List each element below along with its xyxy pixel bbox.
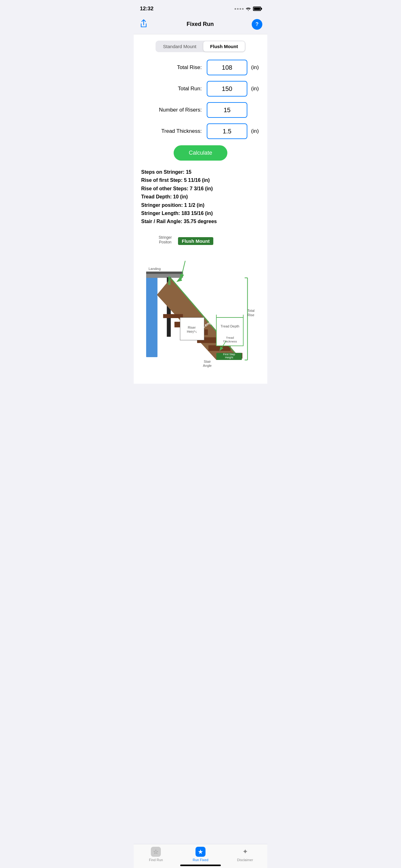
page-title: Fixed Run bbox=[187, 21, 213, 28]
wifi-icon bbox=[245, 6, 251, 11]
calculate-button[interactable]: Calculate bbox=[174, 145, 227, 161]
result-line-6: Stringer Length: 183 15/16 (in) bbox=[141, 209, 260, 217]
result-line-3: Rise of other Steps: 7 3/16 (in) bbox=[141, 185, 260, 193]
svg-rect-1 bbox=[146, 275, 157, 357]
tread-thickness-row: Tread Thickness: (in) bbox=[140, 123, 261, 139]
total-run-row: Total Run: (in) bbox=[140, 81, 261, 97]
flush-mount-badge: Flush Mount bbox=[178, 237, 213, 245]
result-line-2: Rise of first Step: 5 11/16 (in) bbox=[141, 176, 260, 184]
total-run-input[interactable] bbox=[207, 81, 247, 97]
status-icons bbox=[235, 6, 261, 11]
diagram-section: StringerPositon Flush Mount bbox=[140, 235, 261, 377]
svg-text:Landing: Landing bbox=[149, 267, 161, 271]
flush-mount-tab[interactable]: Flush Mount bbox=[203, 41, 245, 52]
segment-control: Standard Mount Flush Mount bbox=[156, 41, 245, 52]
total-run-label: Total Run: bbox=[178, 86, 202, 92]
help-button[interactable]: ? bbox=[252, 19, 262, 30]
stair-diagram: Riser Height Stringer Length Tread Depth… bbox=[140, 246, 261, 377]
tread-thickness-label: Tread Thickness: bbox=[162, 128, 202, 134]
result-line-4: Tread Depth: 10 (in) bbox=[141, 193, 260, 201]
status-time: 12:32 bbox=[140, 6, 153, 12]
total-run-unit: (in) bbox=[251, 86, 261, 92]
result-line-5: Stringer position: 1 1/2 (in) bbox=[141, 201, 260, 209]
diagram-svg: Riser Height Stringer Length Tread Depth… bbox=[140, 246, 261, 377]
tread-thickness-unit: (in) bbox=[251, 128, 261, 134]
calculate-row: Calculate bbox=[140, 145, 261, 161]
total-rise-input[interactable] bbox=[207, 60, 247, 75]
svg-text:Rise: Rise bbox=[247, 313, 254, 317]
num-risers-input[interactable] bbox=[207, 102, 247, 118]
tread-thickness-input[interactable] bbox=[207, 123, 247, 139]
svg-text:First Step: First Step bbox=[223, 353, 235, 356]
svg-text:Riser: Riser bbox=[188, 326, 196, 329]
svg-text:Tread: Tread bbox=[226, 336, 234, 339]
num-risers-label: Number of Risers: bbox=[159, 107, 202, 113]
share-button[interactable] bbox=[139, 18, 149, 30]
total-rise-unit: (in) bbox=[251, 64, 261, 71]
status-bar: 12:32 bbox=[134, 0, 267, 16]
svg-text:Total: Total bbox=[247, 309, 255, 312]
main-content: Standard Mount Flush Mount Total Rise: (… bbox=[134, 34, 267, 384]
results-section: Steps on Stringer: 15 Rise of first Step… bbox=[140, 168, 261, 232]
svg-rect-38 bbox=[168, 277, 170, 285]
standard-mount-tab[interactable]: Standard Mount bbox=[156, 41, 203, 52]
total-rise-row: Total Rise: (in) bbox=[140, 60, 261, 75]
svg-text:Stair: Stair bbox=[204, 360, 211, 363]
nav-bar: Fixed Run ? bbox=[134, 16, 267, 34]
svg-text:Tread Depth: Tread Depth bbox=[221, 324, 239, 328]
result-line-1: Steps on Stringer: 15 bbox=[141, 168, 260, 176]
result-line-7: Stair / Rail Angle: 35.75 degrees bbox=[141, 217, 260, 226]
stringer-position-label: StringerPositon bbox=[159, 235, 172, 245]
svg-rect-3 bbox=[146, 272, 183, 274]
svg-text:Angle: Angle bbox=[203, 364, 212, 367]
battery-icon bbox=[253, 6, 261, 11]
total-rise-label: Total Rise: bbox=[177, 64, 202, 71]
svg-text:Height: Height bbox=[225, 356, 233, 359]
num-risers-row: Number of Risers: bbox=[140, 102, 261, 118]
signal-icon bbox=[235, 8, 244, 10]
